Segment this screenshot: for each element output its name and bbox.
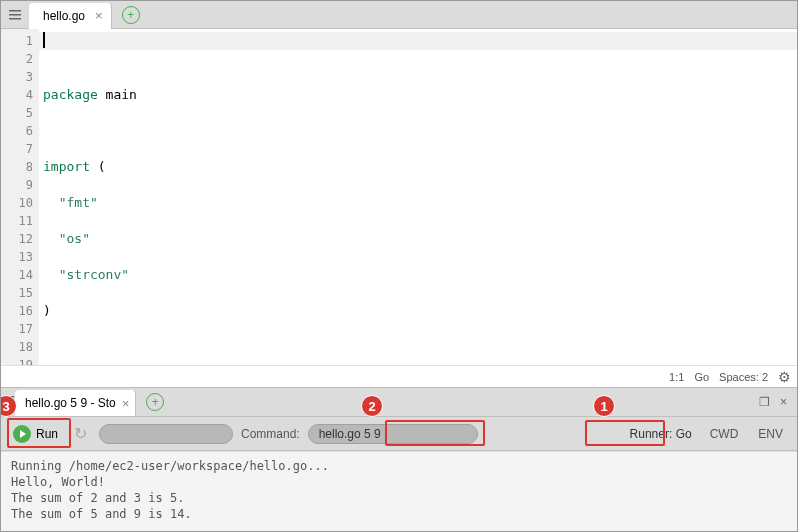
maximize-icon[interactable]: ❐ [759, 395, 770, 409]
runner-tab-bar: hello.go 5 9 - Sto × + ❐ × [1, 387, 797, 417]
command-label: Command: [241, 427, 300, 441]
language-mode[interactable]: Go [694, 371, 709, 383]
restart-icon[interactable]: ↻ [70, 424, 91, 443]
close-icon[interactable]: × [95, 8, 103, 23]
tab-filename: hello.go [43, 9, 85, 23]
env-button[interactable]: ENV [752, 427, 789, 441]
command-input[interactable]: hello.go 5 9 [308, 424, 478, 444]
svg-rect-5 [2, 404, 14, 406]
console-output[interactable]: Running /home/ec2-user/workspace/hello.g… [1, 451, 797, 531]
runner-tab-label: hello.go 5 9 - Sto [25, 396, 116, 410]
run-label: Run [36, 427, 58, 441]
svg-rect-2 [9, 18, 21, 20]
svg-rect-4 [2, 400, 14, 402]
gear-icon[interactable]: ⚙ [778, 369, 791, 385]
play-icon [13, 425, 31, 443]
close-panel-icon[interactable]: × [780, 395, 787, 409]
cwd-button[interactable]: CWD [704, 427, 745, 441]
svg-rect-0 [9, 10, 21, 12]
svg-rect-3 [2, 396, 14, 398]
name-slot[interactable] [99, 424, 233, 444]
add-tab-icon[interactable]: + [146, 393, 164, 411]
indent-setting[interactable]: Spaces: 2 [719, 371, 768, 383]
add-tab-icon[interactable]: + [122, 6, 140, 24]
line-gutter: 1234567891011121314151617181920 [1, 29, 39, 365]
tab-list-icon[interactable] [1, 394, 15, 411]
cursor-position[interactable]: 1:1 [669, 371, 684, 383]
tab-list-icon[interactable] [1, 8, 29, 22]
svg-rect-1 [9, 14, 21, 16]
runner-tab[interactable]: hello.go 5 9 - Sto × [15, 390, 136, 416]
editor-tab-bar: hello.go × + [1, 1, 797, 29]
runner-controls: Run ↻ Command: hello.go 5 9 Runner: Go C… [1, 417, 797, 451]
editor-tab[interactable]: hello.go × [29, 3, 112, 29]
runner-selector[interactable]: Runner: Go [626, 425, 696, 443]
run-button[interactable]: Run [9, 423, 62, 445]
code-editor[interactable]: 1234567891011121314151617181920 package … [1, 29, 797, 365]
status-bar: 1:1 Go Spaces: 2 ⚙ [1, 365, 797, 387]
code-content[interactable]: package main import ( "fmt" "os" "strcon… [39, 29, 797, 365]
close-icon[interactable]: × [122, 396, 130, 411]
